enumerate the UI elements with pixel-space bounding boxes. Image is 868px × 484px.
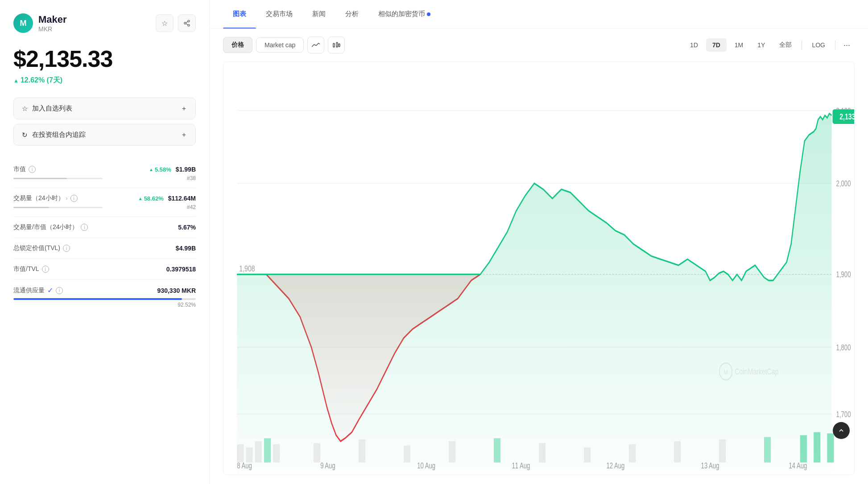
chart-container: 1,908	[223, 62, 855, 475]
svg-rect-38	[827, 433, 834, 462]
market-cap-value: $1.99B	[176, 166, 196, 173]
volume-info-icon[interactable]: i	[70, 195, 78, 202]
plus-icon-portfolio: ＋	[181, 131, 187, 139]
svg-text:1,900: 1,900	[836, 271, 851, 279]
line-chart-icon-btn[interactable]	[307, 37, 324, 53]
circulating-supply-label: 流通供应量 ✓ i	[13, 286, 63, 295]
svg-line-4	[186, 21, 188, 23]
svg-rect-24	[273, 444, 280, 463]
watchlist-icon-button[interactable]: ☆	[156, 14, 174, 32]
tab-dot	[427, 12, 430, 16]
svg-rect-31	[584, 447, 591, 463]
tab-chart[interactable]: 图表	[223, 0, 256, 29]
chart-area: 1,908	[210, 62, 868, 484]
svg-rect-21	[246, 447, 253, 463]
left-panel: M Maker MKR ☆ $2,135.33 12.62% (7天) ☆ 加入…	[0, 0, 210, 484]
toolbar-divider	[802, 40, 802, 50]
market-cap-row: 市值 i 5.58% $1.99B #38	[13, 159, 196, 188]
circulating-supply-value: 930,330 MKR	[157, 287, 196, 294]
toolbar-left: 价格 Market cap	[223, 37, 345, 53]
svg-rect-35	[764, 437, 771, 463]
more-options-btn[interactable]: ···	[839, 37, 855, 53]
market-tvl-info-icon[interactable]: i	[42, 266, 49, 273]
svg-text:11 Aug: 11 Aug	[512, 461, 530, 470]
volume-label-text[interactable]: 交易量（24小时） ›	[13, 194, 68, 202]
volume-mc-info-icon[interactable]: i	[81, 224, 88, 231]
add-portfolio-button[interactable]: ↻ 在投资组合内追踪 ＋	[13, 124, 196, 146]
circulating-supply-row: 流通供应量 ✓ i 930,330 MKR 92.52%	[13, 280, 196, 314]
volume-progress	[13, 207, 103, 208]
svg-rect-32	[629, 444, 636, 463]
tab-news[interactable]: 新闻	[302, 0, 335, 29]
svg-text:12 Aug: 12 Aug	[607, 461, 625, 470]
supply-progress-bar	[13, 298, 196, 300]
timeframe-1y[interactable]: 1Y	[751, 38, 771, 52]
market-tvl-value: 0.3979518	[166, 266, 196, 273]
tvl-info-icon[interactable]: i	[63, 245, 70, 252]
svg-point-1	[184, 22, 186, 24]
header-actions: ☆	[156, 14, 196, 32]
svg-text:14 Aug: 14 Aug	[789, 461, 807, 470]
plus-icon: ＋	[181, 104, 187, 113]
coin-header: M Maker MKR ☆	[13, 13, 196, 33]
svg-line-3	[186, 24, 188, 25]
timeframe-1d[interactable]: 1D	[684, 38, 704, 52]
volume-market-cap-label: 交易量/市值（24小时） i	[13, 223, 88, 231]
portfolio-btn-left: ↻ 在投资组合内追踪	[22, 131, 86, 139]
portfolio-label: 在投资组合内追踪	[32, 131, 86, 139]
toolbar-right: 1D 7D 1M 1Y 全部 LOG ···	[684, 37, 855, 53]
watchlist-btn-left: ☆ 加入自选列表	[22, 104, 72, 113]
volume-change: 58.62%	[138, 195, 164, 202]
supply-info-icon[interactable]: i	[56, 287, 63, 294]
svg-text:1,800: 1,800	[836, 343, 851, 352]
tab-analysis[interactable]: 分析	[335, 0, 368, 29]
svg-rect-30	[539, 443, 546, 463]
market-cap-change: 5.58%	[149, 166, 171, 173]
tab-similar[interactable]: 相似的加密货币	[368, 0, 440, 29]
tabs-bar: 图表 交易市场 新闻 分析 相似的加密货币	[210, 0, 868, 29]
volume-market-cap-row: 交易量/市值（24小时） i 5.67%	[13, 217, 196, 238]
timeframe-1m[interactable]: 1M	[728, 38, 749, 52]
svg-text:1,908: 1,908	[239, 264, 255, 274]
svg-text:CoinMarketCap: CoinMarketCap	[735, 367, 778, 377]
svg-text:1,700: 1,700	[836, 410, 851, 418]
coin-identity: M Maker MKR	[13, 13, 67, 33]
svg-point-0	[188, 20, 190, 22]
svg-text:2,133: 2,133	[839, 112, 854, 122]
timeframe-all[interactable]: 全部	[773, 38, 798, 52]
timeframe-7d[interactable]: 7D	[706, 38, 727, 52]
svg-rect-37	[814, 432, 820, 463]
volume-arrow-icon: ›	[66, 195, 68, 201]
chart-toolbar: 价格 Market cap 1D 7D 1M	[210, 29, 868, 62]
svg-rect-20	[237, 444, 244, 463]
coin-logo: M	[13, 13, 33, 33]
market-cap-label: 市值 i	[13, 165, 36, 173]
market-cap-info-icon[interactable]: i	[29, 166, 36, 173]
share-button[interactable]	[178, 14, 196, 32]
tab-markets[interactable]: 交易市场	[256, 0, 302, 29]
scroll-down-button[interactable]	[833, 422, 850, 439]
volume-24h-row: 交易量（24小时） › i 58.62% $112.64M #42	[13, 188, 196, 217]
svg-rect-22	[255, 441, 262, 463]
svg-text:M: M	[724, 369, 728, 376]
candle-chart-icon-btn[interactable]	[328, 37, 345, 53]
svg-rect-34	[719, 439, 726, 463]
price-chart-svg: 1,908	[223, 62, 854, 475]
volume-rank: #42	[187, 204, 196, 210]
market-cap-btn[interactable]: Market cap	[256, 37, 304, 53]
portfolio-icon: ↻	[22, 131, 28, 139]
price-change: 12.62% (7天)	[13, 76, 196, 85]
svg-rect-25	[314, 443, 320, 463]
coin-symbol: MKR	[38, 25, 67, 33]
svg-rect-7	[339, 44, 340, 46]
add-watchlist-button[interactable]: ☆ 加入自选列表 ＋	[13, 98, 196, 119]
svg-rect-28	[449, 441, 455, 463]
svg-rect-26	[359, 439, 365, 463]
toolbar-divider-2	[835, 40, 835, 50]
svg-rect-29	[494, 438, 500, 462]
stats-section: 市值 i 5.58% $1.99B #38 交易量（24小时	[13, 159, 196, 314]
market-tvl-row: 市值/TVL i 0.3979518	[13, 259, 196, 280]
price-btn[interactable]: 价格	[223, 37, 252, 53]
log-btn[interactable]: LOG	[806, 38, 831, 52]
volume-market-cap-value: 5.67%	[178, 224, 196, 231]
